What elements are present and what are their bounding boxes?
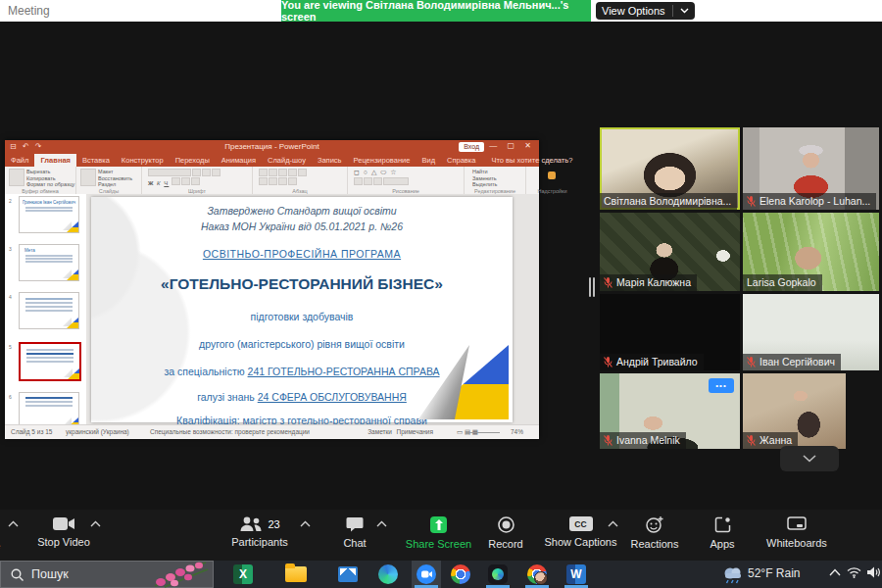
ppt-window-controls[interactable]: — ▢ ✕ [489,141,535,150]
video-tile[interactable]: Жанна [743,373,846,449]
zoom-slider[interactable] [466,432,500,433]
slide-thumbnail-2[interactable]: Гринюков Іван Сергійович [19,196,79,233]
bold-button[interactable]: Ж [148,180,154,186]
current-slide[interactable]: Затверджено Стандарт вищої освіти Наказ … [91,197,513,422]
slide-approved-line2: Наказ МОН України від 05.01.2021 р. №26 [91,220,513,232]
ppt-tab-animations[interactable]: Анимация [216,154,262,167]
more-participants-button[interactable] [780,446,839,471]
video-tile[interactable]: Іван Сергійович [743,294,879,370]
ppt-slides-group: Макет Восстановить Раздел Слайды [76,167,142,194]
wifi-icon[interactable] [847,566,861,578]
video-tile[interactable]: Larisa Gopkalo [743,213,879,291]
record-button[interactable]: Record [468,516,543,550]
ppt-sign-in-button[interactable]: Вход [459,142,484,152]
ppt-tab-view[interactable]: Вид [416,154,441,167]
participants-button[interactable]: 23 Participants [216,516,304,548]
search-highlight-flower[interactable] [145,561,214,588]
ppt-slide-thumbnails-panel[interactable]: 2 Гринюков Іван Сергійович 3 Мета 4 5 [5,194,87,424]
weather-icon[interactable] [721,564,745,584]
addin-icon[interactable] [548,172,556,179]
share-screen-icon [430,516,447,533]
slide-counter: Слайд 5 из 15 [11,428,52,435]
ppt-tab-help[interactable]: Справка [441,154,481,167]
mute-caret[interactable] [8,520,19,527]
taskbar-chrome-profile-icon[interactable] [525,563,549,586]
ppt-tab-insert[interactable]: Вставка [76,154,116,167]
participants-count: 23 [268,518,279,530]
slide-level-line: другого (магістерського) рівня вищої осв… [91,338,513,350]
mic-muted-icon [747,357,756,368]
ppt-tab-slideshow[interactable]: Слайд-шоу [262,154,312,167]
thumb-num: 3 [9,246,12,252]
panel-resize-handle[interactable] [589,277,595,297]
underline-button[interactable]: Ч [164,180,169,186]
taskbar-mail-icon[interactable] [336,563,360,586]
language-indicator[interactable]: украинский (Украина) [66,428,129,435]
taskbar-edge-icon[interactable] [376,563,400,586]
ppt-tab-transitions[interactable]: Переходы [170,154,216,167]
record-icon [498,516,514,533]
ppt-title-bar[interactable]: ⊟ ↶ ↷ Презентация - PowerPoint Вход — ▢ … [5,140,539,154]
whiteboards-button[interactable]: Whiteboards [753,516,841,549]
taskbar-excel-icon[interactable]: X [231,563,255,586]
video-tile[interactable]: Elena Karolop - Luhan... [743,127,879,210]
search-placeholder: Пошук [31,567,69,581]
mic-muted-icon [747,196,756,207]
notes-button[interactable]: Заметки [368,428,392,435]
reactions-button[interactable]: Reactions [617,516,692,550]
ppt-tab-record[interactable]: Запись [312,154,348,167]
video-tile[interactable]: Марія Калюжна [600,213,740,291]
format-painter-button[interactable]: Формат по образцу [26,181,74,188]
taskbar-chrome-icon[interactable] [449,563,472,586]
ppt-tab-review[interactable]: Рецензирование [348,154,416,167]
apps-button[interactable]: Apps [686,516,759,550]
participant-name: Марія Калюжна [616,276,691,288]
section-button[interactable]: Раздел [98,181,132,188]
ppt-tab-home[interactable]: Главная [34,154,76,167]
participant-name: Larisa Gopkalo [747,276,816,288]
video-tile[interactable]: Андрій Тривайло [600,294,740,370]
slide-approved-line1: Затверджено Стандарт вищої освіти [91,205,513,217]
viewing-screen-banner: You are viewing Світлана Володимирівна М… [281,0,591,22]
paste-button[interactable] [9,169,24,186]
video-tile[interactable]: ••• Ivanna Melnik [600,373,740,449]
slide-thumbnail-5-selected[interactable] [19,342,81,381]
participant-name: Світлана Володимирівна... [604,195,731,207]
italic-button[interactable]: К [157,180,162,186]
video-tile[interactable]: Світлана Володимирівна... [600,127,740,210]
slide-title: «ГОТЕЛЬНО-РЕСТОРАННИЙ БІЗНЕС» [91,275,513,293]
participant-name: Іван Сергійович [760,356,835,368]
meeting-window-title: Meeting [8,4,50,18]
accessibility-checker[interactable]: Специальные возможности: проверьте реком… [150,428,310,435]
taskbar-word-icon[interactable]: W [564,563,588,586]
zoom-meeting-window: Meeting You are viewing Світлана Володим… [0,0,882,588]
new-slide-button[interactable] [80,169,96,186]
select-button[interactable]: Выделить [472,181,497,188]
thumb-num: 4 [9,294,12,300]
video-settings-caret[interactable] [90,520,101,527]
tile-more-options-button[interactable]: ••• [709,378,734,393]
slide-thumbnail-3[interactable]: Мета [19,244,79,281]
view-options-button[interactable]: View Options [596,2,695,20]
divider [672,5,673,17]
weather-text[interactable]: 52°F Rain [748,566,801,580]
slide-thumbnail-4[interactable] [19,292,79,329]
tray-show-hidden-icons[interactable] [829,568,841,576]
participant-name: Elena Karolop - Luhan... [760,195,870,207]
participants-caret[interactable] [300,520,311,527]
taskbar-file-explorer-icon[interactable] [284,563,308,586]
view-options-label: View Options [602,5,665,17]
smiley-plus-icon [646,516,663,533]
chat-caret[interactable] [376,520,387,527]
zoom-percentage[interactable]: 74% [511,428,523,435]
ppt-status-bar: Слайд 5 из 15 украинский (Украина) Специ… [5,424,539,439]
taskbar-webex-icon[interactable] [486,563,510,586]
ppt-tab-file[interactable]: Файл [5,154,34,167]
ppt-tell-me-box[interactable]: Что вы хотите сделать? [481,154,576,167]
mic-muted-icon [604,277,612,288]
comments-button[interactable]: Примечания [396,428,433,435]
speaker-icon[interactable] [866,566,881,578]
ppt-tab-design[interactable]: Конструктор [116,154,170,167]
slide-thumbnail-6[interactable] [19,392,79,424]
taskbar-zoom-icon[interactable] [415,563,438,586]
